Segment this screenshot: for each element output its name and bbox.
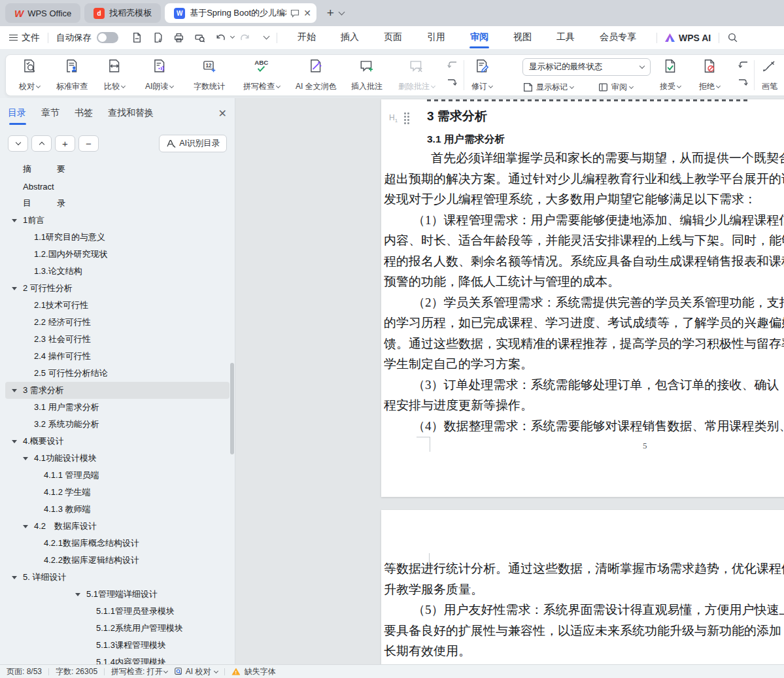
toc-item[interactable]: 5.1管理端详细设计 (5, 586, 230, 603)
collapse-triangle-icon[interactable] (12, 576, 17, 579)
compare-button[interactable]: 比较 (104, 58, 125, 92)
toc-item[interactable]: 5.1.4内容管理模块 (5, 654, 230, 664)
toc-item[interactable]: 2.5 可行性分析结论 (5, 365, 230, 382)
toc-item[interactable]: 1.2.国内外研究现状 (5, 246, 230, 263)
text-line[interactable]: 等数据进行统计分析。通过这些数据，清晰掌握市场需求趋势，优化课程体 (384, 558, 784, 579)
collapse-triangle-icon[interactable] (12, 389, 17, 392)
text-line[interactable]: 要具备良好的扩展性与兼容性，以适应未来系统功能升级与新功能的添加， (384, 620, 784, 641)
insert-comment-button[interactable]: 插入批注 (351, 58, 383, 92)
menu-insert[interactable]: 插入 (341, 31, 359, 44)
missing-font-warning[interactable]: ! 缺失字体 (231, 666, 275, 677)
toc-item[interactable]: 摘 要 (5, 161, 230, 178)
collapse-triangle-icon[interactable] (75, 593, 80, 596)
spell-check-button[interactable]: ABC 拼写检查 (243, 58, 280, 92)
toc-item[interactable]: 5. 详细设计 (5, 569, 230, 586)
text-line[interactable]: 内容、时长、适合年龄段等，并能灵活安排课程的上线与下架。同时，能够 (384, 230, 784, 251)
print-button[interactable] (170, 30, 187, 46)
markup-state-select[interactable]: 显示标记的最终状态 (522, 58, 651, 76)
toc-item[interactable]: 3.1 用户需求分析 (5, 399, 230, 416)
menu-member[interactable]: 会员专享 (600, 31, 636, 44)
text-line[interactable]: 首先必须详细掌握学员和家长的需要与期望，从而提供一个既契合他们 (384, 148, 784, 169)
tab-wps-office[interactable]: W WPS Office (5, 3, 80, 23)
document-body-text[interactable]: 首先必须详细掌握学员和家长的需要与期望，从而提供一个既契合他们超出预期的解决方案… (384, 148, 784, 436)
menu-view[interactable]: 视图 (513, 31, 532, 44)
close-tab-icon[interactable]: ✕ (303, 8, 311, 18)
text-line[interactable]: （2）学员关系管理需求：系统需提供完善的学员关系管理功能，支持用 (384, 292, 784, 313)
text-line[interactable]: （3）订单处理需求：系统需能够处理订单，包含订单的接收、确认，以 (384, 375, 784, 396)
text-line[interactable]: 程的报名人数、剩余名额等情况。系统应具备自动生成课程销售报表和课程 (384, 251, 784, 272)
text-line[interactable]: 发现对于少儿编程管理系统，大多数用户期望它能够满足以下需求： (384, 189, 784, 210)
file-menu[interactable]: 文件 (9, 32, 40, 44)
undo-chevron-icon[interactable] (230, 34, 235, 39)
print-preview-button[interactable] (191, 30, 208, 46)
close-panel-icon[interactable]: ✕ (218, 107, 227, 120)
toc-item[interactable]: Abstract (5, 178, 230, 195)
previous-comment-button[interactable] (446, 60, 458, 70)
collapse-triangle-icon[interactable] (12, 219, 17, 222)
save-button[interactable] (128, 30, 145, 46)
page-indicator[interactable]: 页面: 8/53 (7, 666, 42, 677)
menu-tools[interactable]: 工具 (556, 31, 575, 44)
search-icon[interactable] (727, 32, 738, 43)
text-line[interactable]: （1）课程管理需求：用户需要能够便捷地添加、编辑少儿编程课程信息 (384, 210, 784, 231)
toc-item[interactable]: 5.1.1管理员登录模块 (5, 603, 230, 620)
undo-button[interactable] (212, 30, 229, 46)
word-count-indicator[interactable]: 字数: 26305 (56, 666, 97, 677)
export-pdf-button[interactable] (149, 30, 166, 46)
collapse-triangle-icon[interactable] (23, 457, 28, 460)
tab-document[interactable]: W 基于Spring Boot的少儿编程管 ✕ (165, 3, 316, 23)
toc-item[interactable]: 2.2 经济可行性 (5, 314, 230, 331)
ai-read-aloud-button[interactable]: AI朗读 (145, 58, 173, 92)
zoom-in-outline-button[interactable]: + (55, 135, 75, 152)
toc-item[interactable]: 4.1.3 教师端 (5, 501, 230, 518)
toc-item[interactable]: 1前言 (5, 212, 230, 229)
toc-item[interactable]: 4.2.1数据库概念结构设计 (5, 535, 230, 552)
tab-chapters[interactable]: 章节 (41, 107, 60, 119)
sidebar-scrollbar[interactable] (230, 363, 234, 454)
toc-item[interactable]: 4.2 数据库设计 (5, 518, 230, 535)
spell-check-status[interactable]: 拼写检查: 打开 (111, 666, 167, 677)
ai-proofread-status[interactable]: AI 校对 (174, 666, 218, 677)
toc-item[interactable]: 4.2.2数据库逻辑结构设计 (5, 552, 230, 569)
tab-find-replace[interactable]: 查找和替换 (108, 107, 154, 119)
quick-access-chevron-icon[interactable] (264, 33, 270, 40)
track-changes-button[interactable]: 修订 (471, 58, 492, 92)
text-line[interactable]: 程安排与进度更新等操作。 (384, 395, 784, 416)
ai-polish-button[interactable]: AI 全文润色 (296, 58, 337, 92)
show-markup-button[interactable]: 显示标记 (522, 82, 573, 93)
text-line[interactable]: 馈。通过这些数据，实现精准的课程推荐，提高学员的学习积极性与留存率 (384, 333, 784, 354)
standard-review-button[interactable]: 标准审查 (56, 58, 88, 92)
wps-ai-button[interactable]: WPS AI (665, 33, 711, 43)
text-line[interactable]: （5）用户友好性需求：系统界面需设计得直观易懂，方便用户快速上手 (384, 600, 784, 620)
ai-recognize-toc-button[interactable]: AI识别目录 (159, 135, 227, 152)
toc-item[interactable]: 4.1.1 管理员端 (5, 467, 230, 484)
redo-button[interactable] (236, 30, 253, 46)
word-count-button[interactable]: 12 字数统计 (194, 58, 225, 92)
toc-item[interactable]: 2.1技术可行性 (5, 297, 230, 314)
reject-change-button[interactable]: 拒绝 (699, 58, 720, 92)
menu-review[interactable]: 审阅 (470, 31, 488, 44)
toc-item[interactable]: 3.2 系统功能分析 (5, 416, 230, 433)
accept-change-button[interactable]: 接受 (660, 58, 681, 92)
text-line[interactable]: （4）数据整理需求：系统需要能够对课程销售数据、常用课程类别、学 (384, 416, 784, 437)
menu-page[interactable]: 页面 (384, 31, 402, 44)
menu-home[interactable]: 开始 (298, 31, 316, 44)
previous-change-button[interactable] (737, 60, 749, 70)
tab-bookmarks[interactable]: 书签 (75, 107, 93, 119)
menu-reference[interactable]: 引用 (427, 31, 445, 44)
toc-item[interactable]: 1.3.论文结构 (5, 263, 230, 280)
collapse-triangle-icon[interactable] (12, 440, 17, 443)
toc-item[interactable]: 5.1.2系统用户管理模块 (5, 620, 230, 637)
document-heading-2[interactable]: 3.1 用户需求分析 (427, 133, 505, 146)
next-comment-button[interactable] (446, 78, 458, 88)
document-page-6[interactable]: 等数据进行统计分析。通过这些数据，清晰掌握市场需求趋势，优化课程体升教学服务质量… (381, 510, 784, 664)
toc-item[interactable]: 3 需求分析 (5, 382, 230, 399)
document-page-5[interactable]: H1 3 需求分析 3.1 用户需求分析 首先必须详细掌握学员和家长的需要与期望… (381, 99, 784, 497)
toc-item[interactable]: 2 可行性分析 (5, 280, 230, 297)
expand-all-button[interactable] (8, 135, 28, 152)
collapse-triangle-icon[interactable] (23, 525, 28, 528)
toc-item[interactable]: 2.3 社会可行性 (5, 331, 230, 348)
toc-item[interactable]: 5.1.3课程管理模块 (5, 637, 230, 654)
proofread-button[interactable]: 校对 (19, 58, 40, 92)
tab-docer-templates[interactable]: d 找稻壳模板 (84, 3, 161, 23)
